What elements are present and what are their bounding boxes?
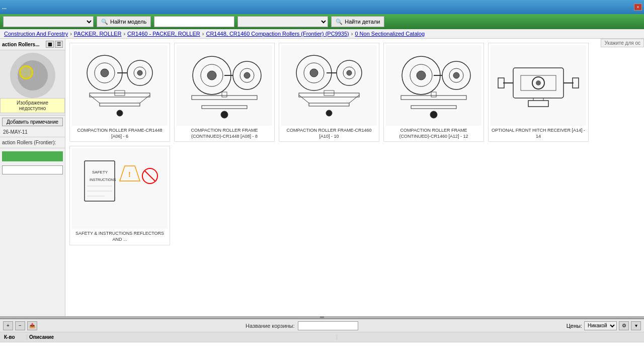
- svg-point-5: [137, 70, 142, 75]
- part-item-4[interactable]: COMPACTION ROLLER FRAME (CONTINUED)-CR14…: [383, 43, 484, 142]
- close-button[interactable]: ×: [634, 4, 642, 11]
- price-select[interactable]: Никакой: [584, 321, 617, 330]
- part-item-6[interactable]: SAFETY INSTRUCTIONS ! SAFETY & INSTRUCTI…: [69, 146, 170, 245]
- part-image: SAFETY INSTRUCTIONS !: [72, 148, 168, 229]
- part-item-3[interactable]: COMPACTION ROLLER FRAME-CR1460 [A10] - 1…: [279, 43, 379, 142]
- find-model-button[interactable]: 🔍 Найти модель: [97, 16, 151, 27]
- svg-point-26: [310, 69, 318, 77]
- svg-text:!: !: [128, 170, 131, 178]
- part-label: SAFETY & INSTRUCTIONS REFLECTORS AND ...: [72, 231, 168, 242]
- svg-line-68: [145, 171, 155, 181]
- section-text: action Rollers (Frontier):: [0, 138, 65, 147]
- list-view-button[interactable]: ☰: [55, 41, 63, 48]
- breadcrumb-item-4[interactable]: CR1448, CR1460 Compaction Rollers (Front…: [206, 31, 349, 37]
- left-panel-title: action Rollers...: [2, 42, 39, 47]
- breadcrumb-item-2[interactable]: PACKER, ROLLER: [74, 31, 122, 37]
- svg-line-34: [299, 95, 309, 103]
- basket-name-input[interactable]: [298, 321, 358, 330]
- svg-line-35: [349, 95, 359, 103]
- find-parts-button[interactable]: 🔍 Найти детали: [331, 16, 384, 27]
- left-panel-header: action Rollers... ▦ ☰: [0, 39, 65, 50]
- basket-name-area: Название корзины:: [39, 321, 565, 330]
- search-input[interactable]: [154, 16, 234, 27]
- price-label: Цены:: [567, 323, 582, 329]
- image-unavailable-label: Изображение недоступно: [0, 98, 65, 113]
- svg-line-10: [90, 95, 100, 103]
- price-settings-button[interactable]: ⚙: [619, 321, 629, 330]
- parts-grid: COMPACTION ROLLER FRAME-CR1448 [A06] - 6…: [69, 43, 640, 245]
- part-image: [386, 45, 481, 126]
- svg-rect-31: [299, 93, 359, 97]
- green-bar-button[interactable]: [2, 151, 63, 161]
- part-image: [72, 45, 168, 126]
- bottom-section: + − 📤 Название корзины: Цены: Никакой ⚙ …: [0, 318, 644, 362]
- left-panel-input[interactable]: [2, 165, 63, 174]
- svg-point-18: [244, 72, 250, 78]
- title-bar: ... ×: [0, 0, 644, 14]
- svg-rect-32: [309, 103, 349, 106]
- svg-text:INSTRUCTIONS: INSTRUCTIONS: [90, 178, 116, 182]
- part-label: COMPACTION ROLLER FRAME (CONTINUED)-CR14…: [177, 128, 272, 139]
- part-image-area: Изображение недоступно: [0, 50, 65, 116]
- svg-rect-8: [100, 103, 140, 106]
- part-label: COMPACTION ROLLER FRAME (CONTINUED)-CR14…: [386, 128, 481, 139]
- main-layout: action Rollers... ▦ ☰ Изображение недост…: [0, 39, 644, 316]
- separator-1: [0, 137, 65, 137]
- toolbar: 🔍 Найти модель 🔍 Найти детали: [0, 14, 644, 29]
- grid-view-button[interactable]: ▦: [46, 41, 54, 48]
- part-item-2[interactable]: COMPACTION ROLLER FRAME (CONTINUED)-CR14…: [174, 43, 275, 142]
- price-area: Цены: Никакой ⚙ ▾: [567, 321, 641, 330]
- svg-point-33: [326, 110, 332, 116]
- hint-label: Укажите для ос: [601, 39, 644, 47]
- svg-point-42: [453, 72, 459, 78]
- breadcrumb-item-3[interactable]: CR1460 - PACKER, ROLLER: [127, 31, 200, 37]
- table-body: [0, 342, 644, 362]
- svg-rect-20: [192, 96, 257, 100]
- part-label: OPTIONAL FRONT HITCH RECEIVER [A14] - 14: [491, 128, 586, 139]
- model-select[interactable]: [3, 16, 94, 27]
- table-header: К-во Описание: [0, 332, 644, 342]
- svg-rect-23: [222, 92, 227, 97]
- remove-row-button[interactable]: −: [15, 321, 25, 330]
- separator-2: [0, 148, 65, 148]
- export-button[interactable]: 📤: [27, 321, 37, 330]
- col-desc-header: Описание: [27, 334, 337, 340]
- svg-point-46: [430, 111, 437, 118]
- part-label: COMPACTION ROLLER FRAME-CR1460 [A10] - 1…: [281, 128, 377, 139]
- add-row-button[interactable]: +: [3, 321, 13, 330]
- svg-point-9: [117, 110, 123, 116]
- svg-rect-21: [202, 106, 247, 109]
- svg-rect-47: [431, 92, 436, 97]
- svg-rect-44: [401, 96, 466, 100]
- part-image: [177, 45, 272, 126]
- part-item-5[interactable]: OPTIONAL FRONT HITCH RECEIVER [A14] - 14: [488, 43, 589, 142]
- cursor-indicator: [19, 65, 33, 79]
- price-extra-button[interactable]: ▾: [631, 321, 641, 330]
- parts-select[interactable]: [237, 16, 328, 27]
- col-qty-header: К-во: [2, 334, 27, 340]
- search-icon-2: 🔍: [336, 19, 343, 25]
- basket-name-label: Название корзины:: [246, 323, 295, 329]
- search-icon: 🔍: [101, 19, 108, 25]
- svg-point-2: [101, 69, 109, 77]
- breadcrumb-item-1[interactable]: Construction And Forestry: [4, 31, 68, 37]
- svg-text:SAFETY: SAFETY: [92, 170, 108, 174]
- svg-point-51: [536, 80, 541, 85]
- svg-rect-45: [411, 106, 456, 109]
- part-item-1[interactable]: COMPACTION ROLLER FRAME-CR1448 [A06] - 6: [69, 43, 170, 142]
- add-note-button[interactable]: Добавить примечание: [2, 118, 63, 126]
- part-image: [281, 45, 377, 126]
- content-area: Укажите для ос COMPACTION ROLLER FRAME-C…: [65, 39, 644, 316]
- date-label: 26-MAY-11: [0, 128, 65, 136]
- title-bar-text: ...: [2, 4, 633, 10]
- part-label: COMPACTION ROLLER FRAME-CR1448 [A06] - 6: [72, 128, 168, 139]
- svg-point-22: [221, 111, 228, 118]
- svg-rect-7: [90, 93, 150, 97]
- breadcrumb-item-5[interactable]: 0 Non Sectionalized Catalog: [355, 31, 425, 37]
- svg-point-29: [347, 70, 352, 75]
- view-toggle: ▦ ☰: [46, 41, 63, 48]
- breadcrumb: Construction And Forestry › PACKER, ROLL…: [0, 29, 644, 39]
- svg-rect-56: [528, 101, 548, 107]
- left-panel: action Rollers... ▦ ☰ Изображение недост…: [0, 39, 65, 316]
- bottom-toolbar: + − 📤 Название корзины: Цены: Никакой ⚙ …: [0, 319, 644, 332]
